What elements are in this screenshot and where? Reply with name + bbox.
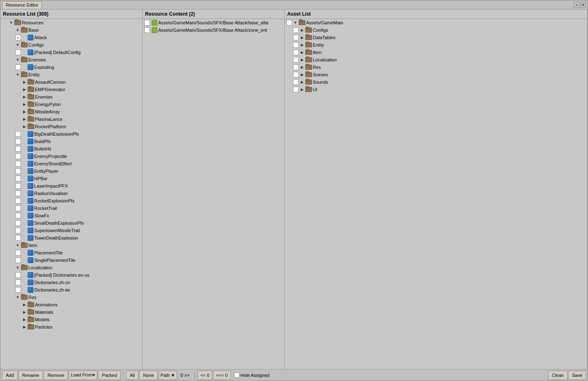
tree-item-towerdeathexplosion[interactable]: TowerDeathExplosion — [0, 234, 142, 242]
checkbox-res-folder[interactable] — [9, 294, 14, 300]
expand-icon-materials[interactable]: ▶ — [22, 310, 27, 315]
asset-item-sounds-asset[interactable]: ▶Sounds — [285, 78, 587, 86]
checkbox-bigdeathexplosionpfx[interactable] — [15, 131, 21, 137]
expand-icon-placementtile[interactable] — [22, 250, 27, 255]
tree-item-hpbar[interactable]: HPBar — [0, 175, 142, 182]
asset-item-res-asset[interactable]: ▶Res — [285, 64, 587, 71]
checkbox-dictionaries-en-us[interactable] — [15, 272, 21, 278]
asset-expand-entity-asset[interactable]: ▶ — [300, 42, 305, 47]
expand-icon-exploding[interactable] — [22, 65, 27, 70]
tree-item-dictionaries-en-us[interactable]: [Packed] Dictionaries.en-us — [0, 271, 142, 279]
asset-item-entity-asset[interactable]: ▶Entity — [285, 41, 587, 49]
expand-icon-enemies-sub[interactable]: ▶ — [22, 94, 27, 99]
expand-icon-missilearray[interactable]: ▶ — [22, 109, 27, 114]
expand-icon-resources[interactable]: ▼ — [9, 20, 14, 25]
tree-item-assaultcannon[interactable]: ▶AssaultCannon — [0, 78, 142, 86]
asset-checkbox-datatables[interactable] — [293, 35, 299, 40]
tree-item-enemies-folder[interactable]: ▼Enemies — [0, 56, 142, 64]
tree-item-item-folder[interactable]: ▼Item — [0, 242, 142, 249]
tree-item-plasmalance[interactable]: ▶PlasmaLance — [0, 115, 142, 123]
remove-button[interactable]: Remove — [44, 371, 68, 380]
tree-item-missilearray[interactable]: ▶MissileArray — [0, 108, 142, 115]
hide-assigned-checkbox[interactable] — [234, 372, 239, 378]
resource-checkbox-0[interactable] — [144, 20, 150, 26]
checkbox-buildpfx[interactable] — [15, 139, 21, 144]
expand-icon-radiusvisualiser[interactable] — [22, 191, 27, 196]
expand-icon-entityplayer[interactable] — [22, 169, 27, 174]
tree-item-buildpfx[interactable]: BuildPfx — [0, 138, 142, 145]
tree-item-base[interactable]: ▼Base — [0, 26, 142, 34]
asset-expand-assets-gamemain[interactable]: ▼ — [293, 20, 298, 25]
tree-item-bullethit[interactable]: BulletHit — [0, 145, 142, 153]
tree-item-empgenerator[interactable]: ▶EMPGenerator — [0, 86, 142, 93]
tree-item-particles[interactable]: ▶Particles — [0, 323, 142, 331]
expand-icon-rocketexplosionpfx[interactable] — [22, 198, 27, 203]
expand-icon-supertowermissiletrail[interactable] — [22, 228, 27, 233]
checkbox-enemyprojectile[interactable] — [15, 153, 21, 159]
expand-icon-dictionaries-en-us[interactable] — [22, 273, 27, 278]
expand-icon-defaultconfig[interactable] — [22, 50, 27, 55]
expand-icon-animations[interactable]: ▶ — [22, 302, 27, 307]
packed-button[interactable]: Packed — [98, 371, 121, 380]
checkbox-base[interactable] — [9, 27, 14, 33]
checkbox-supertowermissiletrail[interactable] — [15, 228, 21, 233]
tree-item-supertowermissiletrail[interactable]: SupertowerMissileTrail — [0, 227, 142, 234]
checkbox-empgenerator[interactable] — [15, 87, 21, 92]
asset-expand-sounds-asset[interactable]: ▶ — [300, 80, 305, 85]
expand-icon-models[interactable]: ▶ — [22, 317, 27, 322]
expand-icon-rockettrail[interactable] — [22, 206, 27, 211]
tree-item-rockettrail[interactable]: RocketTrail — [0, 205, 142, 212]
checkbox-singleplacementtile[interactable] — [15, 257, 21, 263]
checkbox-enemies-folder[interactable] — [9, 57, 14, 63]
checkbox-radiusvisualiser[interactable] — [15, 190, 21, 196]
expand-icon-enemies-folder[interactable]: ▼ — [15, 57, 20, 62]
tree-item-singleplacementtile[interactable]: SinglePlacementTile — [0, 256, 142, 264]
load-from-button[interactable]: Load From▾ — [69, 371, 97, 380]
asset-checkbox-res-asset[interactable] — [293, 64, 299, 70]
tree-item-rocketplatform[interactable]: ▶RocketPlatform — [0, 123, 142, 130]
checkbox-rocketexplosionpfx[interactable] — [15, 198, 21, 204]
tree-item-slowfx[interactable]: SlowFx — [0, 212, 142, 219]
checkbox-smalldeathexplosionpfx[interactable] — [15, 220, 21, 226]
checkbox-slowfx[interactable] — [15, 213, 21, 219]
checkbox-assaultcannon[interactable] — [15, 79, 21, 85]
expand-icon-slowfx[interactable] — [22, 213, 27, 218]
minimize-button[interactable]: ▪ — [574, 2, 579, 8]
tree-item-enemyprojectile[interactable]: EnemyProjectile — [0, 153, 142, 160]
asset-checkbox-entity-asset[interactable] — [293, 42, 299, 48]
rename-button[interactable]: Rename — [19, 371, 43, 380]
expand-icon-towerdeathexplosion[interactable] — [22, 235, 27, 240]
expand-icon-bullethit[interactable] — [22, 146, 27, 151]
checkbox-plasmalance[interactable] — [15, 116, 21, 122]
asset-item-scenes[interactable]: ▶Scenes — [285, 71, 587, 78]
expand-icon-laserimpactpfx[interactable] — [22, 183, 27, 188]
checkbox-defaultconfig[interactable] — [15, 49, 21, 55]
tree-item-attack[interactable]: ✓Attack — [0, 34, 142, 41]
asset-item-ui-asset[interactable]: ▶UI — [285, 86, 587, 93]
checkbox-rockettrail[interactable] — [15, 205, 21, 211]
tree-item-models[interactable]: ▶Models — [0, 316, 142, 323]
tree-item-resources[interactable]: ▼Resources — [0, 19, 142, 26]
asset-expand-datatables[interactable]: ▶ — [300, 35, 305, 40]
asset-expand-configs-asset[interactable]: ▶ — [300, 28, 305, 33]
checkbox-animations[interactable] — [15, 302, 21, 308]
tree-item-radiusvisualiser[interactable]: RadiusVisualiser — [0, 190, 142, 197]
resource-checkbox-1[interactable] — [144, 27, 150, 33]
checkbox-hpbar[interactable] — [15, 176, 21, 181]
checkbox-configs[interactable] — [9, 42, 14, 48]
checkbox-item-folder[interactable] — [9, 242, 14, 248]
expand-icon-res-folder[interactable]: ▼ — [15, 295, 20, 300]
expand-icon-dictionaries-zh-cn[interactable] — [22, 280, 27, 285]
tree-item-materials[interactable]: ▶Materials — [0, 308, 142, 316]
checkbox-enemies-sub[interactable] — [15, 94, 21, 100]
resource-list-content[interactable]: ▼Resources▼Base✓Attack▼Configs[Packed] D… — [0, 19, 142, 369]
checkbox-entityplayer[interactable] — [15, 168, 21, 174]
expand-icon-base[interactable]: ▼ — [15, 28, 20, 33]
nav-left-far-button[interactable]: <<< 0 — [213, 371, 230, 380]
expand-icon-entity-folder[interactable]: ▼ — [15, 72, 20, 77]
clean-button[interactable]: Clean — [548, 371, 567, 380]
asset-item-localization-asset[interactable]: ▶Localization — [285, 56, 587, 64]
asset-checkbox-configs-asset[interactable] — [293, 27, 299, 33]
all-button[interactable]: All — [126, 371, 138, 380]
tree-item-enemyshooteffect[interactable]: EnemyShootEffect — [0, 160, 142, 167]
